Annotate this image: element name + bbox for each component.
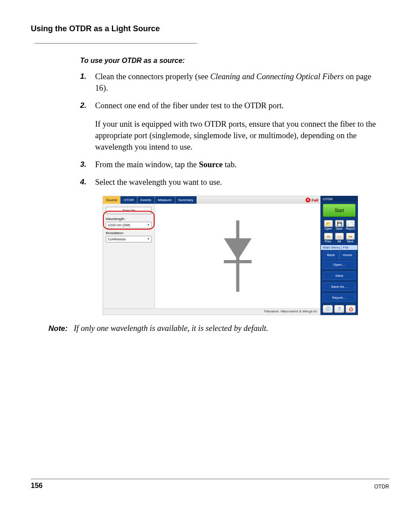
menu-breadcrumb: Main Menu | File: [321, 245, 357, 250]
modulation-select[interactable]: Continuous: [106, 236, 152, 242]
menu-save[interactable]: Save: [323, 272, 356, 280]
page-header: Using the OTDR as a Light Source: [31, 24, 389, 33]
wavelength-select[interactable]: 1310 nm (SM): [106, 222, 152, 228]
power-icon: ⏻: [349, 307, 353, 312]
filename-status: Filename: Macrobend & Merge.trc: [103, 308, 320, 315]
svg-rect-2: [224, 260, 251, 263]
step-4-text: Select the wavelength you want to use.: [95, 178, 222, 187]
start-button[interactable]: Start: [323, 204, 356, 217]
all-button[interactable]: ▭All: [335, 233, 344, 243]
step-2-text: Connect one end of the fiber under test …: [95, 101, 284, 110]
page-number: 156: [31, 482, 43, 490]
step-3: 3.From the main window, tap the Source t…: [80, 159, 380, 170]
note: Note:If only one wavelength is available…: [48, 324, 389, 333]
tab-events[interactable]: Events: [137, 196, 155, 204]
tab-source[interactable]: Source: [103, 196, 121, 204]
step-1-text: Clean the connectors properly (see: [95, 72, 210, 81]
menu-save-as[interactable]: Save As…: [323, 283, 356, 291]
header-rule: [34, 43, 197, 44]
step-4: 4.Select the wavelength you want to use.: [80, 176, 380, 188]
fail-icon: ✕: [306, 198, 310, 202]
svg-marker-1: [224, 238, 251, 261]
tab-measure[interactable]: Measure: [155, 196, 175, 204]
next-button[interactable]: ➡Next: [346, 233, 355, 243]
side-panel: OTDR Start 📂Open 💾Save 📄Report ⬅Prev. ▭A…: [321, 196, 358, 315]
modulation-label: Modulation:: [106, 231, 152, 235]
next-arrow-icon: ➡: [346, 233, 355, 240]
save-disk-icon: 💾: [335, 220, 344, 227]
side-title: OTDR: [321, 196, 357, 202]
open-folder-icon: 📂: [324, 220, 333, 227]
embedded-screenshot: Source OTDR Events Measure Summary ✕Fail…: [103, 196, 358, 315]
diode-icon: [218, 219, 258, 294]
help-icon: ?: [338, 307, 341, 312]
procedure-subhead: To use your OTDR as a source:: [80, 57, 380, 65]
step-2: 2.Connect one end of the fiber under tes…: [80, 100, 380, 153]
diode-canvas: [155, 204, 320, 308]
tab-otdr[interactable]: OTDR: [121, 196, 137, 204]
report-button[interactable]: 📄Report: [346, 220, 355, 230]
all-icon: ▭: [335, 233, 344, 240]
doc-title: OTDR: [374, 482, 389, 490]
step-1: 1.Clean the connectors properly (see Cle…: [80, 71, 380, 94]
tab-summary[interactable]: Summary: [175, 196, 197, 204]
menu-open[interactable]: Open…: [323, 261, 356, 269]
prev-button[interactable]: ⬅Prev.: [324, 233, 333, 243]
step-3-bold: Source: [199, 160, 223, 169]
tab-bar: Source OTDR Events Measure Summary ✕Fail: [103, 196, 320, 204]
home-button[interactable]: Home: [339, 251, 356, 259]
note-label: Note:: [48, 324, 67, 333]
footer-rule: [31, 479, 389, 479]
menu-report[interactable]: Report…: [323, 294, 356, 302]
back-button[interactable]: Back: [323, 251, 339, 259]
open-button[interactable]: 📂Open: [324, 220, 333, 230]
save-button[interactable]: 💾Save: [335, 220, 344, 230]
step-2-extra: If your unit is equipped with two OTDR p…: [95, 118, 380, 153]
note-text: If only one wavelength is available, it …: [74, 324, 268, 333]
report-icon: 📄: [346, 220, 355, 227]
info-icon: ⓘ: [326, 306, 330, 312]
power-button[interactable]: ⏻: [346, 305, 356, 313]
status-fail: ✕Fail: [306, 198, 318, 202]
info-button[interactable]: ⓘ: [323, 305, 333, 313]
prev-arrow-icon: ⬅: [324, 233, 333, 240]
wavelength-label: Wavelength:: [106, 217, 152, 221]
help-button[interactable]: ?: [334, 305, 344, 313]
step-list: 1.Clean the connectors properly (see Cle…: [80, 71, 380, 188]
step-1-ref: Cleaning and Connecting Optical Fibers: [210, 72, 343, 81]
